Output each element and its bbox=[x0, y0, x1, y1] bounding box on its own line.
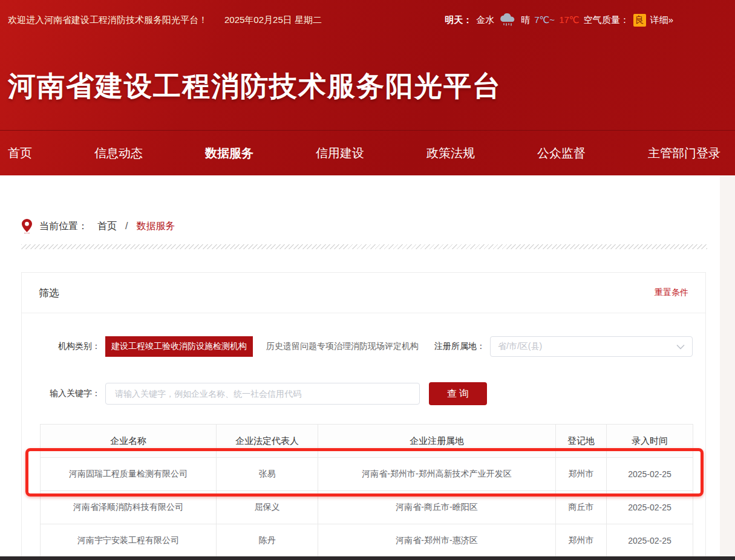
cell-record-place: 商丘市 bbox=[556, 491, 607, 524]
keyword-label: 输入关键字： bbox=[40, 388, 100, 399]
filter-card: 筛选 重置条件 机构类别： 建设工程竣工验收消防设施检测机构 历史遗留问题专项治… bbox=[21, 272, 706, 557]
breadcrumb-label: 当前位置： bbox=[39, 220, 88, 233]
breadcrumb: 当前位置： 首页 / 数据服务 bbox=[22, 219, 175, 233]
breadcrumb-separator: / bbox=[125, 221, 128, 232]
cell-record-place: 郑州市 bbox=[556, 458, 607, 491]
cell-company: 河南省泽顺消防科技有限公司 bbox=[41, 491, 217, 524]
nav-item-home[interactable]: 首页 bbox=[8, 145, 32, 161]
bottom-dark-edge bbox=[0, 556, 735, 560]
nav-item-credit[interactable]: 信用建设 bbox=[316, 145, 364, 161]
cell-company: 河南固瑞工程质量检测有限公司 bbox=[41, 458, 217, 491]
weather-widget: 明天： 金水 晴 7℃~ 17℃ 空气质量： 良 详细» bbox=[445, 13, 673, 27]
tomorrow-label: 明天： bbox=[445, 15, 472, 26]
region-select[interactable]: 省/市/区(县) bbox=[490, 336, 693, 357]
cell-entry-date: 2025-02-25 bbox=[607, 524, 693, 558]
breadcrumb-home-link[interactable]: 首页 bbox=[97, 220, 117, 233]
column-header-reg-location: 企业注册属地 bbox=[318, 425, 556, 458]
weather-detail-link[interactable]: 详细» bbox=[650, 15, 673, 26]
cell-legal-rep: 张易 bbox=[217, 458, 318, 491]
category-filter-row: 机构类别： 建设工程竣工验收消防设施检测机构 历史遗留问题专项治理消防现场评定机… bbox=[40, 336, 687, 357]
cell-entry-date: 2025-02-25 bbox=[607, 491, 693, 524]
category-label: 机构类别： bbox=[40, 341, 100, 352]
cell-legal-rep: 屈保义 bbox=[217, 491, 318, 524]
nav-item-supervision[interactable]: 公众监督 bbox=[537, 145, 586, 161]
filter-card-header: 筛选 重置条件 bbox=[22, 273, 705, 313]
weather-district: 金水 bbox=[476, 15, 494, 26]
page-right-gutter bbox=[720, 175, 735, 556]
cell-legal-rep: 陈丹 bbox=[217, 524, 318, 558]
cell-reg-location: 河南省-郑州市-郑州高新技术产业开发区 bbox=[318, 458, 556, 491]
results-table: 企业名称 企业法定代表人 企业注册属地 登记地 录入时间 河南固瑞工程质量检测有… bbox=[40, 424, 693, 557]
weather-condition: 晴 bbox=[521, 15, 530, 26]
keyword-input[interactable] bbox=[105, 383, 420, 405]
chevron-down-icon bbox=[676, 344, 685, 350]
cell-record-place: 郑州市 bbox=[556, 524, 607, 558]
temp-low: 7℃~ bbox=[534, 15, 555, 25]
nav-item-news[interactable]: 信息动态 bbox=[94, 145, 143, 161]
cell-reg-location: 河南省-郑州市-惠济区 bbox=[318, 524, 556, 558]
filter-title: 筛选 bbox=[39, 286, 59, 300]
site-header: 欢迎进入河南省建设工程消防技术服务阳光平台！ 2025年02月25日 星期二 明… bbox=[0, 0, 735, 175]
column-header-record-place: 登记地 bbox=[556, 425, 607, 458]
category-button-legacy[interactable]: 历史遗留问题专项治理消防现场评定机构 bbox=[260, 336, 425, 357]
reset-filters-link[interactable]: 重置条件 bbox=[655, 287, 688, 298]
breadcrumb-current[interactable]: 数据服务 bbox=[136, 220, 175, 233]
column-header-entry-date: 录入时间 bbox=[607, 425, 693, 458]
topbar: 欢迎进入河南省建设工程消防技术服务阳光平台！ 2025年02月25日 星期二 明… bbox=[0, 0, 735, 27]
cell-entry-date: 2025-02-25 bbox=[607, 458, 693, 491]
keyword-filter-row: 输入关键字： 查 询 bbox=[40, 382, 687, 405]
table-row[interactable]: 河南固瑞工程质量检测有限公司 张易 河南省-郑州市-郑州高新技术产业开发区 郑州… bbox=[41, 458, 693, 491]
column-header-company: 企业名称 bbox=[41, 425, 217, 458]
welcome-text: 欢迎进入河南省建设工程消防技术服务阳光平台！ bbox=[8, 15, 207, 26]
cell-reg-location: 河南省-商丘市-睢阳区 bbox=[318, 491, 556, 524]
search-button[interactable]: 查 询 bbox=[429, 382, 487, 405]
location-pin-icon bbox=[22, 219, 32, 233]
table-header-row: 企业名称 企业法定代表人 企业注册属地 登记地 录入时间 bbox=[41, 425, 693, 458]
region-select-placeholder: 省/市/区(县) bbox=[498, 341, 542, 352]
air-quality-label: 空气质量： bbox=[584, 15, 629, 26]
nav-item-admin-login[interactable]: 主管部门登录 bbox=[648, 145, 720, 161]
nav-item-policy[interactable]: 政策法规 bbox=[426, 145, 475, 161]
category-button-inspection[interactable]: 建设工程竣工验收消防设施检测机构 bbox=[105, 336, 253, 357]
air-quality-badge: 良 bbox=[633, 14, 646, 27]
temp-high: 17℃ bbox=[559, 15, 580, 25]
date-text: 2025年02月25日 星期二 bbox=[224, 15, 322, 26]
cloud-rain-icon bbox=[498, 13, 517, 27]
page-title: 河南省建设工程消防技术服务阳光平台 bbox=[8, 68, 501, 105]
table-row[interactable]: 河南宇宁安装工程有限公司 陈丹 河南省-郑州市-惠济区 郑州市 2025-02-… bbox=[41, 524, 693, 558]
column-header-legal-rep: 企业法定代表人 bbox=[217, 425, 318, 458]
cell-company: 河南宇宁安装工程有限公司 bbox=[41, 524, 217, 558]
slash-pattern-divider bbox=[21, 244, 707, 249]
main-nav: 首页 信息动态 数据服务 信用建设 政策法规 公众监督 主管部门登录 bbox=[0, 130, 735, 175]
table-row[interactable]: 河南省泽顺消防科技有限公司 屈保义 河南省-商丘市-睢阳区 商丘市 2025-0… bbox=[41, 491, 693, 524]
region-label: 注册所属地： bbox=[425, 341, 485, 352]
region-group: 注册所属地： 省/市/区(县) bbox=[425, 336, 693, 357]
nav-item-data-service[interactable]: 数据服务 bbox=[205, 145, 253, 161]
filter-body: 机构类别： 建设工程竣工验收消防设施检测机构 历史遗留问题专项治理消防现场评定机… bbox=[22, 336, 705, 557]
